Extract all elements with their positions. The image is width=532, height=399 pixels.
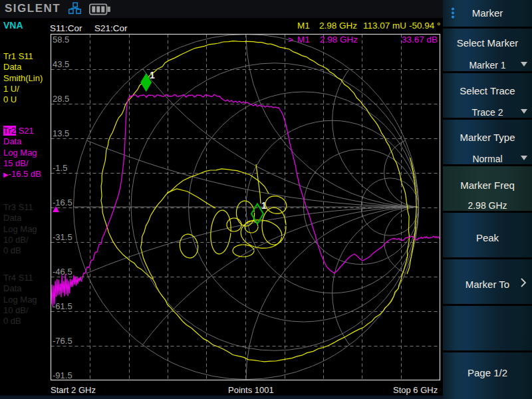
- svg-text:S21:Cor: S21:Cor: [94, 23, 128, 33]
- svg-text:33.67 dB: 33.67 dB: [402, 35, 438, 45]
- svg-text:113.07 mU: 113.07 mU: [363, 21, 406, 31]
- svg-text:-76.5: -76.5: [53, 336, 72, 346]
- svg-text:-61.5: -61.5: [53, 301, 72, 311]
- svg-text:>: >: [288, 35, 293, 45]
- svg-text:Points 1001: Points 1001: [228, 385, 274, 395]
- svg-text:43.5: 43.5: [53, 59, 69, 69]
- svg-text:S11:Cor: S11:Cor: [50, 23, 82, 33]
- svg-text:Stop 6 GHz: Stop 6 GHz: [393, 385, 438, 395]
- svg-text:-31.5: -31.5: [53, 232, 72, 242]
- svg-text:28.5: 28.5: [53, 94, 69, 104]
- svg-text:1: 1: [150, 70, 155, 80]
- svg-text:-1.5: -1.5: [53, 163, 67, 173]
- svg-text:2.98 GHz: 2.98 GHz: [319, 21, 357, 31]
- svg-text:-16.5: -16.5: [53, 198, 72, 207]
- svg-text:13.5: 13.5: [53, 128, 69, 138]
- svg-text:1: 1: [261, 200, 267, 211]
- svg-text:58.5: 58.5: [53, 35, 69, 45]
- svg-text:Start 2 GHz: Start 2 GHz: [51, 385, 96, 395]
- svg-text:2.98 GHz: 2.98 GHz: [320, 35, 358, 45]
- svg-text:-91.5: -91.5: [53, 370, 72, 380]
- svg-text:M1: M1: [297, 21, 310, 31]
- svg-text:M1: M1: [297, 35, 310, 45]
- svg-text:-50.94 °: -50.94 °: [409, 21, 440, 31]
